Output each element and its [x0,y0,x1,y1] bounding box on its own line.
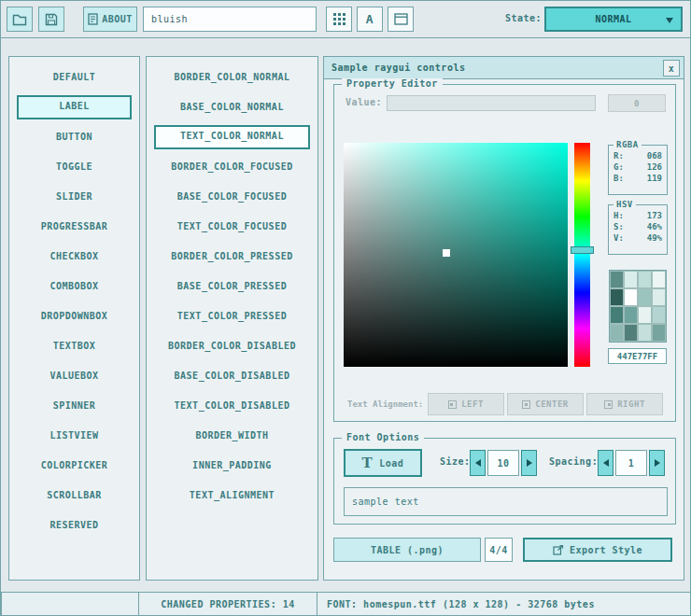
value-slider[interactable] [387,95,596,111]
align-center-icon [522,400,530,409]
list-item[interactable]: BASE_COLOR_DISABLED [154,364,310,388]
list-item[interactable]: TEXT_COLOR_FOCUSED [154,215,310,239]
window-view-button[interactable] [388,7,414,32]
list-item[interactable]: BORDER_COLOR_FOCUSED [154,155,310,179]
color-picker-cursor[interactable] [443,249,450,257]
list-item[interactable]: SCROLLBAR [17,483,132,508]
r-label: R: [613,151,624,161]
hue-bar[interactable] [574,143,590,367]
export-style-label: Export Style [570,545,642,555]
spacing-value-box[interactable]: 1 [615,450,647,476]
list-item[interactable]: TOGGLE [17,155,132,179]
palette-swatch[interactable] [624,306,638,324]
export-style-button[interactable]: Export Style [523,538,672,562]
list-item[interactable]: BORDER_COLOR_NORMAL [154,65,310,90]
list-item-selected[interactable]: LABEL [17,95,132,119]
about-button[interactable]: ABOUT [83,7,137,32]
list-item[interactable]: TEXT_COLOR_DISABLED [154,394,310,418]
palette-swatch[interactable] [610,324,624,342]
palette-swatch[interactable] [638,306,652,324]
list-item[interactable]: INNER_PADDING [154,454,310,478]
property-editor-group-label: Property Editor [342,78,443,89]
list-item[interactable]: BASE_COLOR_PRESSED [154,274,310,299]
align-left-button[interactable]: LEFT [428,393,504,415]
palette-swatch[interactable] [610,288,624,306]
list-item[interactable]: DROPDOWNBOX [17,304,132,329]
list-item[interactable]: COMBOBOX [17,274,132,299]
list-item[interactable]: BUTTON [17,125,132,149]
state-dropdown[interactable]: NORMAL [544,7,683,32]
font-load-button[interactable]: T Load [344,449,422,477]
palette-swatch[interactable] [652,306,666,324]
palette-swatch[interactable] [652,324,666,342]
list-item[interactable]: TEXT_COLOR_PRESSED [154,304,310,329]
style-color-palette [609,270,667,343]
list-item[interactable]: PROGRESSBAR [17,215,132,239]
size-increment-button[interactable] [521,450,537,476]
hsv-group-label: HSV [613,200,636,209]
list-item[interactable]: BORDER_COLOR_PRESSED [154,245,310,269]
align-right-button[interactable]: RIGHT [586,393,663,415]
list-item[interactable]: RESERVED [17,513,132,538]
palette-swatch[interactable] [624,288,638,306]
statusbar-left [1,592,139,616]
list-item[interactable]: BORDER_WIDTH [154,424,310,448]
list-item[interactable]: VALUEBOX [17,364,132,388]
list-item[interactable]: TEXT_ALIGNMENT [154,483,310,508]
hue-bar-cursor[interactable] [571,246,594,254]
list-item[interactable]: SPINNER [17,394,132,418]
style-table-view-button[interactable] [326,7,352,32]
list-item[interactable]: BORDER_COLOR_DISABLED [154,334,310,358]
spacing-decrement-button[interactable] [598,450,613,476]
open-style-button[interactable] [7,7,33,32]
left-arrow-icon [603,459,609,467]
palette-swatch[interactable] [610,306,624,324]
palette-swatch[interactable] [638,324,652,342]
list-item[interactable]: SLIDER [17,185,132,209]
state-dropdown-value: NORMAL [595,14,631,24]
page-indicator[interactable]: 4/4 [485,538,513,562]
spacing-value: 1 [628,458,635,469]
list-item[interactable]: LISTVIEW [17,424,132,448]
font-view-button[interactable]: A [357,7,383,32]
color-picker-panel[interactable] [344,143,568,367]
hex-value-textbox[interactable]: 447E77FF [608,348,667,364]
font-info-text: FONT: homespun.ttf (128 x 128) - 32768 b… [327,599,595,609]
palette-swatch[interactable] [652,271,666,288]
save-style-button[interactable] [38,7,64,32]
list-item[interactable]: BASE_COLOR_FOCUSED [154,185,310,209]
g-value: 126 [647,162,662,172]
palette-swatch[interactable] [610,271,624,288]
font-options-group-label: Font Options [342,432,424,442]
sample-text-box[interactable]: sample text [344,487,668,516]
palette-swatch[interactable] [652,288,666,306]
value-button[interactable]: 0 [608,94,666,112]
size-decrement-button[interactable] [470,450,486,476]
about-button-label: ABOUT [102,14,133,24]
align-center-button[interactable]: CENTER [507,393,584,415]
align-right-label: RIGHT [617,399,645,409]
h-label: H: [613,211,624,220]
list-item[interactable]: TEXTBOX [17,334,132,358]
list-item[interactable]: BASE_COLOR_NORMAL [154,95,310,119]
palette-swatch[interactable] [624,271,638,288]
state-label: State: [505,13,542,23]
style-name-input[interactable] [143,7,317,32]
spacing-increment-button[interactable] [649,450,665,476]
window-titlebar[interactable]: Sample raygui controls [324,57,684,79]
list-item-selected[interactable]: TEXT_COLOR_NORMAL [154,125,310,149]
align-center-label: CENTER [535,399,569,409]
table-export-format-button[interactable]: TABLE (.png) [333,538,481,562]
list-item[interactable]: CHECKBOX [17,245,132,269]
size-value-box[interactable]: 10 [487,450,519,476]
align-left-label: LEFT [461,399,484,409]
palette-swatch[interactable] [638,271,652,288]
hsv-h-row: H: 173 [609,210,667,221]
rgba-group: RGBA R: 068 G: 126 B: 119 [608,145,668,195]
window-close-button[interactable]: x [663,60,680,77]
palette-swatch[interactable] [638,288,652,306]
list-item[interactable]: DEFAULT [17,65,132,90]
right-arrow-icon [655,459,660,467]
palette-swatch[interactable] [624,324,638,342]
list-item[interactable]: COLORPICKER [17,454,132,478]
